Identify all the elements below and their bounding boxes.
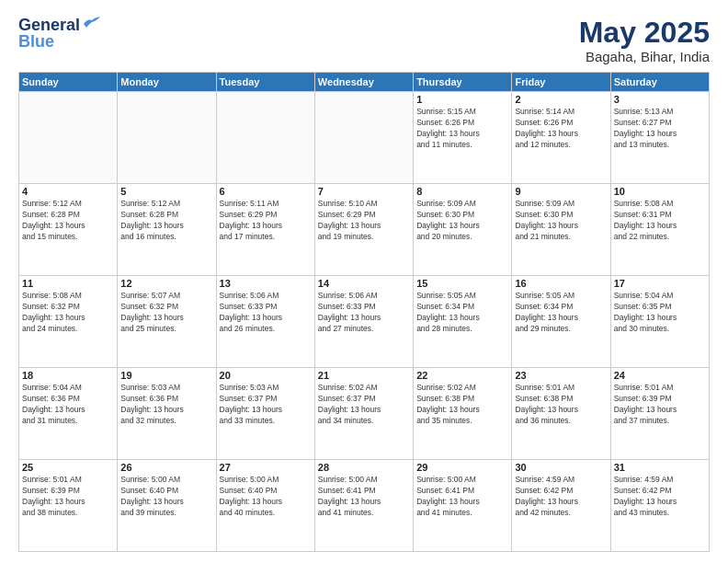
calendar-cell: 13Sunrise: 5:06 AM Sunset: 6:33 PM Dayli… xyxy=(216,276,314,368)
day-number: 19 xyxy=(120,370,212,381)
day-info: Sunrise: 5:04 AM Sunset: 6:36 PM Dayligh… xyxy=(22,383,114,427)
calendar-cell: 15Sunrise: 5:05 AM Sunset: 6:34 PM Dayli… xyxy=(414,276,512,368)
day-number: 9 xyxy=(515,186,607,197)
day-number: 23 xyxy=(515,370,607,381)
day-info: Sunrise: 5:11 AM Sunset: 6:29 PM Dayligh… xyxy=(220,199,312,243)
day-number: 8 xyxy=(416,186,508,197)
day-number: 13 xyxy=(220,278,312,289)
day-number: 26 xyxy=(120,462,212,473)
day-number: 5 xyxy=(120,186,212,197)
calendar-cell: 10Sunrise: 5:08 AM Sunset: 6:31 PM Dayli… xyxy=(610,184,709,276)
day-number: 28 xyxy=(318,462,410,473)
calendar-cell: 27Sunrise: 5:00 AM Sunset: 6:40 PM Dayli… xyxy=(216,460,314,552)
col-sunday: Sunday xyxy=(19,73,118,92)
calendar-cell: 17Sunrise: 5:04 AM Sunset: 6:35 PM Dayli… xyxy=(610,276,709,368)
header: General Blue May 2025 Bagaha, Bihar, Ind… xyxy=(18,17,710,64)
day-info: Sunrise: 5:08 AM Sunset: 6:31 PM Dayligh… xyxy=(614,199,706,243)
day-number: 31 xyxy=(614,462,706,473)
week-row-1: 1Sunrise: 5:15 AM Sunset: 6:26 PM Daylig… xyxy=(19,92,710,184)
calendar-cell: 21Sunrise: 5:02 AM Sunset: 6:37 PM Dayli… xyxy=(314,368,413,460)
day-number: 15 xyxy=(416,278,508,289)
day-info: Sunrise: 5:01 AM Sunset: 6:39 PM Dayligh… xyxy=(614,383,706,427)
day-info: Sunrise: 5:03 AM Sunset: 6:36 PM Dayligh… xyxy=(120,383,212,427)
day-number: 7 xyxy=(318,186,410,197)
calendar-cell: 25Sunrise: 5:01 AM Sunset: 6:39 PM Dayli… xyxy=(19,460,118,552)
location: Bagaha, Bihar, India xyxy=(579,49,710,64)
calendar-cell: 23Sunrise: 5:01 AM Sunset: 6:38 PM Dayli… xyxy=(512,368,610,460)
day-number: 25 xyxy=(22,462,114,473)
day-number: 18 xyxy=(22,370,114,381)
day-number: 1 xyxy=(416,94,508,105)
title-area: May 2025 Bagaha, Bihar, India xyxy=(579,17,710,64)
calendar-cell: 3Sunrise: 5:13 AM Sunset: 6:27 PM Daylig… xyxy=(610,92,709,184)
day-number: 16 xyxy=(515,278,607,289)
day-info: Sunrise: 5:02 AM Sunset: 6:38 PM Dayligh… xyxy=(416,383,508,427)
day-info: Sunrise: 5:07 AM Sunset: 6:32 PM Dayligh… xyxy=(120,291,212,335)
day-info: Sunrise: 5:05 AM Sunset: 6:34 PM Dayligh… xyxy=(515,291,607,335)
calendar-cell: 14Sunrise: 5:06 AM Sunset: 6:33 PM Dayli… xyxy=(314,276,413,368)
calendar-cell: 28Sunrise: 5:00 AM Sunset: 6:41 PM Dayli… xyxy=(314,460,413,552)
calendar-cell: 29Sunrise: 5:00 AM Sunset: 6:41 PM Dayli… xyxy=(414,460,512,552)
calendar-cell: 1Sunrise: 5:15 AM Sunset: 6:26 PM Daylig… xyxy=(414,92,512,184)
day-info: Sunrise: 5:01 AM Sunset: 6:39 PM Dayligh… xyxy=(22,475,114,519)
day-number: 21 xyxy=(318,370,410,381)
day-info: Sunrise: 5:13 AM Sunset: 6:27 PM Dayligh… xyxy=(614,107,706,151)
calendar-cell: 8Sunrise: 5:09 AM Sunset: 6:30 PM Daylig… xyxy=(414,184,512,276)
calendar-cell: 26Sunrise: 5:00 AM Sunset: 6:40 PM Dayli… xyxy=(118,460,216,552)
calendar-cell: 31Sunrise: 4:59 AM Sunset: 6:42 PM Dayli… xyxy=(610,460,709,552)
day-number: 30 xyxy=(515,462,607,473)
header-row: Sunday Monday Tuesday Wednesday Thursday… xyxy=(19,73,710,92)
col-friday: Friday xyxy=(512,73,610,92)
logo-blue-text: Blue xyxy=(18,33,54,52)
week-row-2: 4Sunrise: 5:12 AM Sunset: 6:28 PM Daylig… xyxy=(19,184,710,276)
calendar-cell: 4Sunrise: 5:12 AM Sunset: 6:28 PM Daylig… xyxy=(19,184,118,276)
calendar-cell: 9Sunrise: 5:09 AM Sunset: 6:30 PM Daylig… xyxy=(512,184,610,276)
col-tuesday: Tuesday xyxy=(216,73,314,92)
day-info: Sunrise: 5:02 AM Sunset: 6:37 PM Dayligh… xyxy=(318,383,410,427)
day-info: Sunrise: 5:06 AM Sunset: 6:33 PM Dayligh… xyxy=(318,291,410,335)
col-thursday: Thursday xyxy=(414,73,512,92)
day-number: 3 xyxy=(614,94,706,105)
calendar-cell: 19Sunrise: 5:03 AM Sunset: 6:36 PM Dayli… xyxy=(118,368,216,460)
calendar-cell xyxy=(216,92,314,184)
day-number: 24 xyxy=(614,370,706,381)
day-info: Sunrise: 5:09 AM Sunset: 6:30 PM Dayligh… xyxy=(416,199,508,243)
logo-bird-icon xyxy=(82,17,102,29)
day-info: Sunrise: 5:00 AM Sunset: 6:41 PM Dayligh… xyxy=(318,475,410,519)
calendar-cell: 18Sunrise: 5:04 AM Sunset: 6:36 PM Dayli… xyxy=(19,368,118,460)
col-monday: Monday xyxy=(118,73,216,92)
day-info: Sunrise: 5:00 AM Sunset: 6:40 PM Dayligh… xyxy=(120,475,212,519)
month-title: May 2025 xyxy=(579,17,710,49)
week-row-5: 25Sunrise: 5:01 AM Sunset: 6:39 PM Dayli… xyxy=(19,460,710,552)
col-saturday: Saturday xyxy=(610,73,709,92)
day-info: Sunrise: 5:01 AM Sunset: 6:38 PM Dayligh… xyxy=(515,383,607,427)
day-number: 20 xyxy=(220,370,312,381)
day-info: Sunrise: 5:08 AM Sunset: 6:32 PM Dayligh… xyxy=(22,291,114,335)
calendar-cell: 2Sunrise: 5:14 AM Sunset: 6:26 PM Daylig… xyxy=(512,92,610,184)
calendar-cell: 16Sunrise: 5:05 AM Sunset: 6:34 PM Dayli… xyxy=(512,276,610,368)
day-number: 4 xyxy=(22,186,114,197)
day-number: 6 xyxy=(220,186,312,197)
day-info: Sunrise: 5:04 AM Sunset: 6:35 PM Dayligh… xyxy=(614,291,706,335)
day-info: Sunrise: 5:03 AM Sunset: 6:37 PM Dayligh… xyxy=(220,383,312,427)
day-info: Sunrise: 5:06 AM Sunset: 6:33 PM Dayligh… xyxy=(220,291,312,335)
day-info: Sunrise: 5:09 AM Sunset: 6:30 PM Dayligh… xyxy=(515,199,607,243)
day-info: Sunrise: 5:15 AM Sunset: 6:26 PM Dayligh… xyxy=(416,107,508,151)
calendar-cell: 22Sunrise: 5:02 AM Sunset: 6:38 PM Dayli… xyxy=(414,368,512,460)
day-info: Sunrise: 5:10 AM Sunset: 6:29 PM Dayligh… xyxy=(318,199,410,243)
day-number: 2 xyxy=(515,94,607,105)
day-number: 12 xyxy=(120,278,212,289)
calendar: Sunday Monday Tuesday Wednesday Thursday… xyxy=(18,72,710,552)
calendar-cell: 30Sunrise: 4:59 AM Sunset: 6:42 PM Dayli… xyxy=(512,460,610,552)
day-number: 10 xyxy=(614,186,706,197)
day-info: Sunrise: 5:12 AM Sunset: 6:28 PM Dayligh… xyxy=(120,199,212,243)
calendar-cell: 7Sunrise: 5:10 AM Sunset: 6:29 PM Daylig… xyxy=(314,184,413,276)
calendar-cell: 24Sunrise: 5:01 AM Sunset: 6:39 PM Dayli… xyxy=(610,368,709,460)
day-number: 14 xyxy=(318,278,410,289)
day-info: Sunrise: 5:00 AM Sunset: 6:40 PM Dayligh… xyxy=(220,475,312,519)
calendar-cell xyxy=(19,92,118,184)
day-number: 17 xyxy=(614,278,706,289)
logo: General Blue xyxy=(18,17,102,52)
page: General Blue May 2025 Bagaha, Bihar, Ind… xyxy=(0,0,728,563)
day-info: Sunrise: 5:05 AM Sunset: 6:34 PM Dayligh… xyxy=(416,291,508,335)
